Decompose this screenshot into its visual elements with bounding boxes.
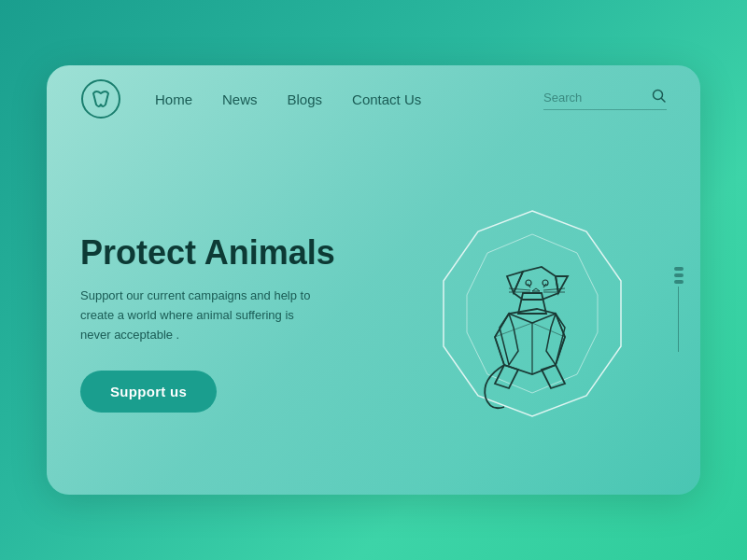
svg-marker-15	[507, 272, 523, 293]
svg-marker-9	[546, 314, 565, 365]
scroll-dot	[674, 267, 684, 271]
svg-point-0	[82, 80, 120, 118]
scroll-dot	[674, 273, 684, 277]
support-button[interactable]: Support us	[80, 371, 217, 413]
svg-line-11	[532, 314, 556, 323]
hero-title: Protect Animals	[80, 233, 398, 272]
search-icon	[652, 89, 667, 107]
svg-line-26	[495, 314, 509, 337]
main-card: Home News Blogs Contact Us Protect Anima…	[47, 65, 700, 495]
svg-line-29	[556, 337, 565, 365]
svg-line-24	[543, 288, 565, 290]
nav-home[interactable]: Home	[155, 91, 192, 107]
svg-marker-16	[556, 276, 568, 293]
hero-section: Protect Animals Support our current camp…	[47, 133, 700, 495]
search-container	[543, 89, 667, 110]
nav-links: Home News Blogs Contact Us	[155, 91, 543, 107]
svg-line-10	[509, 314, 532, 323]
scroll-indicator	[677, 267, 680, 360]
hero-illustration	[402, 183, 663, 444]
hero-description: Support our current campaigns and help t…	[80, 287, 323, 344]
search-input[interactable]	[543, 91, 646, 105]
hero-content: Protect Animals Support our current camp…	[80, 233, 398, 413]
svg-marker-21	[532, 288, 540, 291]
nav-news[interactable]: News	[222, 91, 258, 107]
navbar: Home News Blogs Contact Us	[47, 65, 700, 133]
logo	[80, 78, 121, 119]
nav-contact[interactable]: Contact Us	[352, 91, 421, 107]
nav-blogs[interactable]: Blogs	[288, 91, 323, 107]
scroll-line	[678, 287, 680, 352]
scroll-dot	[674, 280, 684, 284]
scroll-dots	[674, 267, 684, 284]
svg-marker-7	[542, 365, 565, 388]
svg-line-2	[662, 98, 666, 102]
